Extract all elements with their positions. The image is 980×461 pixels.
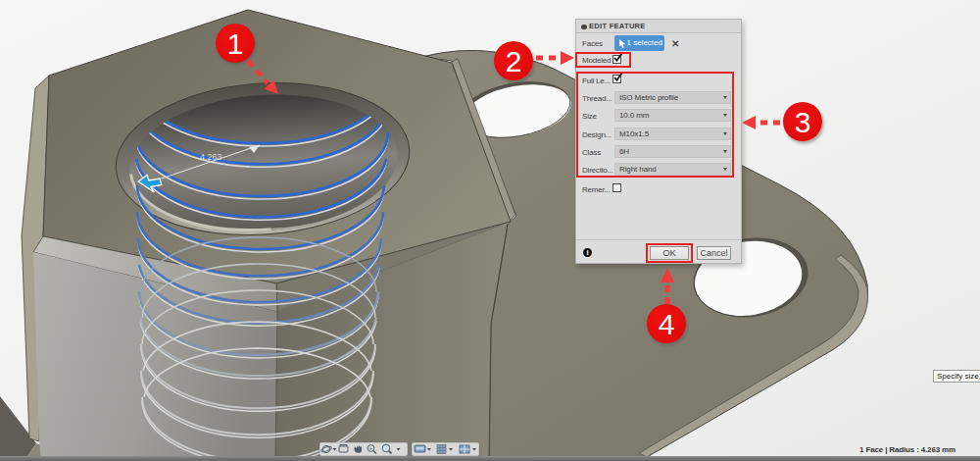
svg-text:+: +: [369, 445, 373, 451]
